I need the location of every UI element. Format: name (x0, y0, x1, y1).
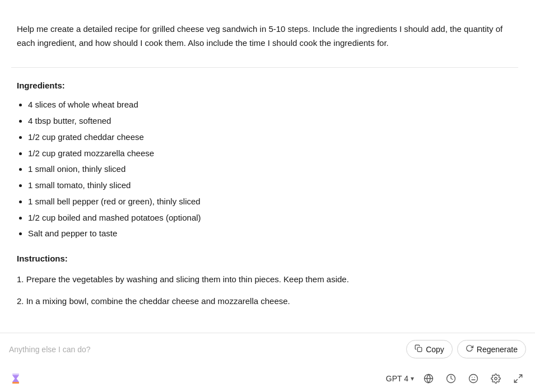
globe-icon-button[interactable] (421, 371, 436, 386)
copy-button[interactable]: Copy (406, 340, 453, 358)
gear-icon-button[interactable] (488, 371, 504, 386)
svg-line-12 (519, 375, 522, 377)
copy-label: Copy (426, 345, 444, 354)
user-message: Help me create a detailed recipe for gri… (11, 11, 518, 68)
list-item: 1 small bell pepper (red or green), thin… (28, 195, 513, 209)
list-item: 1 small onion, thinly sliced (28, 162, 513, 176)
face-icon-button[interactable] (466, 371, 481, 386)
scrollable-area[interactable]: Help me create a detailed recipe for gri… (0, 0, 535, 333)
instructions-title: Instructions: (17, 252, 513, 266)
svg-point-11 (495, 377, 497, 380)
ingredients-title: Ingredients: (17, 79, 513, 93)
expand-icon-button[interactable] (510, 371, 526, 386)
hourglass-icon (9, 372, 22, 385)
main-content: Help me create a detailed recipe for gri… (0, 0, 535, 392)
svg-rect-1 (12, 374, 19, 375)
ingredients-list: 4 slices of whole wheat bread 4 tbsp but… (17, 98, 513, 241)
list-item: 1/2 cup grated cheddar cheese (28, 130, 513, 144)
clock-icon-button[interactable] (443, 371, 459, 386)
list-item: Salt and pepper to taste (28, 227, 513, 241)
user-message-text: Help me create a detailed recipe for gri… (17, 24, 503, 48)
footer-right: GPT 4 ▾ (386, 371, 526, 386)
regenerate-button[interactable]: Regenerate (457, 340, 526, 358)
svg-marker-2 (12, 375, 19, 382)
list-item: 1/2 cup grated mozzarella cheese (28, 147, 513, 161)
gpt-version-selector[interactable]: GPT 4 ▾ (386, 374, 414, 383)
svg-rect-0 (417, 347, 422, 352)
regenerate-icon (466, 344, 473, 354)
action-buttons: Copy Regenerate (406, 340, 526, 358)
gpt-version-label: GPT 4 (386, 374, 408, 383)
input-placeholder[interactable]: Anything else I can do? (9, 345, 406, 354)
copy-icon (415, 344, 422, 354)
bottom-bar: Anything else I can do? Copy (0, 333, 535, 365)
list-item: 4 tbsp butter, softened (28, 114, 513, 128)
svg-rect-3 (12, 382, 19, 384)
footer-bar: GPT 4 ▾ (0, 365, 535, 392)
regenerate-label: Regenerate (477, 345, 518, 354)
chevron-down-icon: ▾ (411, 375, 414, 382)
footer-logo (9, 372, 22, 385)
instruction-step-1: 1. Prepare the vegetables by washing and… (17, 273, 513, 287)
svg-point-7 (469, 375, 478, 383)
list-item: 1/2 cup boiled and mashed potatoes (opti… (28, 211, 513, 225)
ai-response: Ingredients: 4 slices of whole wheat bre… (11, 68, 518, 328)
list-item: 1 small tomato, thinly sliced (28, 179, 513, 193)
list-item: 4 slices of whole wheat bread (28, 98, 513, 112)
instruction-step-2: 2. In a mixing bowl, combine the cheddar… (17, 295, 513, 309)
svg-line-13 (514, 380, 517, 382)
